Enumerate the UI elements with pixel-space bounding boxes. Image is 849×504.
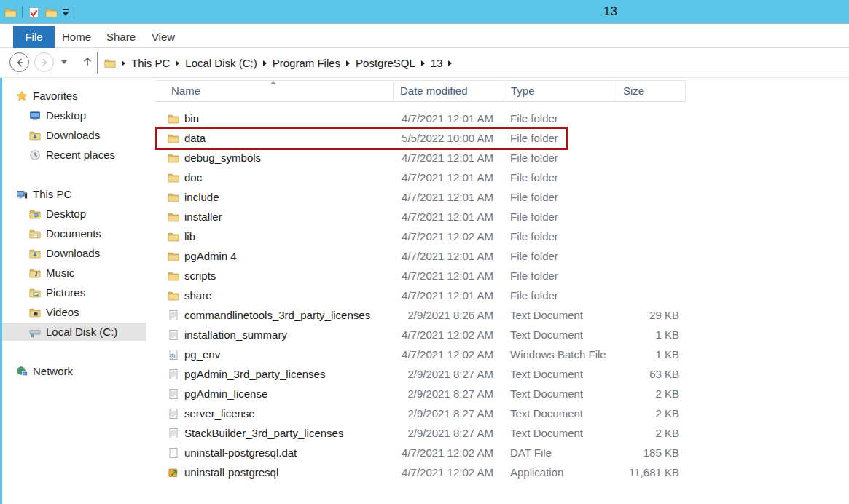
file-date-modified: 4/7/2021 12:02 AM [332,466,493,479]
up-button[interactable] [79,53,96,71]
breadcrumb-separator-icon[interactable] [263,60,267,66]
file-name: share [184,289,212,302]
file-row[interactable]: share4/7/2021 12:01 AMFile folder [149,286,848,306]
file-row[interactable]: data5/5/2022 10:00 AMFile folder [149,129,848,149]
sidebar-item-label: Downloads [46,247,100,259]
sidebar-item-label: Desktop [46,208,86,220]
breadcrumb-item[interactable]: This PC [131,57,170,69]
sidebar-item-desktop[interactable]: Desktop [2,205,146,223]
file-type: File folder [510,269,558,282]
file-size: 63 KB [614,368,679,380]
sidebar-item-music[interactable]: Music [2,264,146,282]
qat-folder-icon[interactable] [4,7,17,19]
file-size: 1 KB [614,348,679,361]
file-row[interactable]: pgAdmin 44/7/2021 12:01 AMFile folder [149,247,848,267]
column-header-type[interactable]: Type [504,81,614,101]
file-date-modified: 4/7/2021 12:01 AM [332,289,493,302]
file-type: File folder [510,112,558,125]
sidebar-item-downloads[interactable]: Downloads [2,244,146,262]
sidebar-item-videos[interactable]: Videos [2,303,146,321]
back-button[interactable] [9,52,29,72]
file-row[interactable]: debug_symbols4/7/2021 12:01 AMFile folde… [149,149,848,168]
folder-down-icon [29,248,41,259]
file-row[interactable]: uninstall-postgresql.dat4/7/2021 12:02 A… [149,444,848,463]
file-name: uninstall-postgresql [184,466,278,479]
ribbon-tab-bar: File Home Share View [0,24,849,48]
qat-dropdown-icon[interactable] [63,9,69,16]
file-date-modified: 4/7/2021 12:01 AM [332,191,493,203]
file-type: Text Document [510,328,583,341]
folder-icon [168,152,179,164]
file-row[interactable]: pgAdmin_3rd_party_licenses2/9/2021 8:27 … [149,365,848,385]
file-row[interactable]: installer4/7/2021 12:01 AMFile folder [149,208,848,227]
drive-icon [29,326,41,338]
breadcrumb-separator-icon[interactable] [448,60,452,66]
file-name: lib [184,230,195,243]
file-row[interactable]: bin4/7/2021 12:01 AMFile folder [149,109,848,129]
breadcrumb-item[interactable]: 13 [431,57,443,69]
breadcrumb-item[interactable]: Local Disk (C:) [185,57,257,69]
breadcrumb-separator-icon[interactable] [122,60,125,66]
breadcrumb-item[interactable]: Program Files [273,57,340,69]
sidebar-item-documents[interactable]: Documents [2,224,146,243]
file-row[interactable]: lib4/7/2021 12:02 AMFile folder [149,227,848,247]
breadcrumb-item[interactable]: PostgreSQL [356,57,415,69]
text-doc-icon [168,388,179,400]
sidebar-item-downloads[interactable]: Downloads [2,126,146,144]
file-row[interactable]: commandlinetools_3rd_party_licenses2/9/2… [149,306,848,326]
file-date-modified: 2/9/2021 8:27 AM [332,387,493,400]
recent-locations-caret-icon[interactable] [61,60,67,64]
tab-share[interactable]: Share [101,26,141,48]
file-name: server_license [184,407,255,420]
file-size: 2 KB [614,387,679,400]
file-date-modified: 2/9/2021 8:27 AM [332,368,493,380]
file-row[interactable]: scripts4/7/2021 12:01 AMFile folder [149,267,848,286]
batch-icon [168,349,179,361]
sidebar-item-local-disk-c-[interactable]: Local Disk (C:) [2,323,146,341]
file-date-modified: 4/7/2021 12:02 AM [332,446,493,459]
breadcrumb-folder-icon [104,58,116,69]
sidebar-item-label: Videos [46,306,79,318]
quick-access-toolbar [4,5,74,20]
column-header-size[interactable]: Size [614,81,686,101]
file-row[interactable]: installation_summary4/7/2021 12:02 AMTex… [149,326,848,345]
sidebar-group-label: Favorites [33,90,78,102]
file-type: Text Document [510,309,583,321]
breadcrumb-separator-icon[interactable] [346,60,350,66]
file-row[interactable]: StackBuilder_3rd_party_licenses2/9/2021 … [149,424,848,444]
folder-pics-icon [29,287,41,299]
file-row[interactable]: pgAdmin_license2/9/2021 8:27 AMText Docu… [149,385,848,404]
forward-button[interactable] [34,52,54,72]
file-name: pg_env [184,348,220,361]
qat-properties-icon[interactable] [28,7,40,19]
sidebar-item-desktop[interactable]: Desktop [2,106,146,125]
file-type: File folder [510,230,558,243]
sidebar-group-label: Network [33,365,73,377]
file-row[interactable]: include4/7/2021 12:01 AMFile folder [149,188,848,208]
file-size: 29 KB [614,309,679,321]
sidebar-item-pictures[interactable]: Pictures [2,283,146,302]
sidebar-item-recent-places[interactable]: Recent places [2,146,146,164]
file-date-modified: 4/7/2021 12:01 AM [332,269,493,282]
file-date-modified: 4/7/2021 12:01 AM [332,210,493,223]
file-size: 11,681 KB [614,466,679,479]
qat-new-folder-icon[interactable] [45,7,58,19]
file-name: installation_summary [184,328,287,341]
breadcrumb-separator-icon[interactable] [421,60,425,66]
file-row[interactable]: uninstall-postgresql4/7/2021 12:02 AMApp… [149,463,848,483]
file-row[interactable]: pg_env4/7/2021 12:02 AMWindows Batch Fil… [149,345,848,365]
breadcrumb-separator-icon[interactable] [176,60,179,66]
tab-view[interactable]: View [144,26,182,48]
sidebar-group-this-pc[interactable]: This PC [2,185,146,203]
file-row[interactable]: server_license2/9/2021 8:27 AMText Docum… [149,404,848,424]
folder-music-icon [29,267,41,279]
sidebar-group-network[interactable]: Network [2,362,146,380]
file-type: Text Document [510,368,583,380]
file-row[interactable]: doc4/7/2021 12:01 AMFile folder [149,168,848,188]
tab-file[interactable]: File [13,26,55,48]
folder-icon [168,192,179,203]
sidebar-group-favorites[interactable]: Favorites [2,87,146,105]
file-size: 2 KB [614,427,679,439]
tab-home[interactable]: Home [58,26,95,48]
column-header-date-modified[interactable]: Date modified [394,81,504,101]
